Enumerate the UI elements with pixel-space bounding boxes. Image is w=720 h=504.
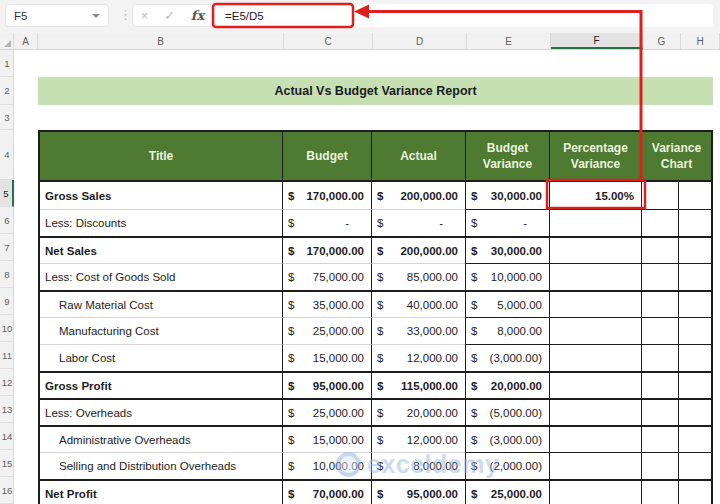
cell-title[interactable]: Raw Material Cost: [40, 290, 282, 317]
column-header-B[interactable]: B: [38, 33, 284, 49]
row-header-1[interactable]: 1: [0, 50, 14, 77]
row-header-10[interactable]: 10: [0, 315, 14, 342]
column-header-cell[interactable]: Title: [40, 132, 282, 180]
cell-title[interactable]: Labor Cost: [40, 344, 282, 371]
column-header-H[interactable]: H: [681, 33, 720, 49]
cell-percentage-variance[interactable]: [549, 236, 641, 263]
cell-percentage-variance[interactable]: [549, 371, 641, 398]
cell-title[interactable]: Administrative Overheads: [40, 425, 282, 452]
cell-title[interactable]: Gross Sales: [40, 182, 282, 209]
cell-variance-chart[interactable]: [641, 371, 678, 398]
enter-icon[interactable]: ✓: [164, 9, 175, 22]
cell-percentage-variance[interactable]: [549, 452, 641, 479]
column-header-cell[interactable]: Actual: [371, 132, 465, 180]
cell-budget-variance[interactable]: $10,000.00: [465, 263, 549, 290]
row-header-11[interactable]: 11: [0, 342, 14, 369]
column-header-C[interactable]: C: [284, 33, 373, 49]
row-header-14[interactable]: 14: [0, 423, 14, 450]
cell-budget-variance[interactable]: $(2,000.00): [465, 452, 549, 479]
cell-variance-chart[interactable]: [678, 209, 711, 236]
cell-title[interactable]: Gross Profit: [40, 371, 282, 398]
cell-budget[interactable]: $25,000.00: [282, 317, 371, 344]
cell-budget[interactable]: $15,000.00: [282, 425, 371, 452]
cell-actual[interactable]: $-: [371, 209, 465, 236]
cell-variance-chart[interactable]: [678, 236, 711, 263]
insert-function-icon[interactable]: fx: [191, 9, 204, 22]
cell-percentage-variance[interactable]: [549, 209, 641, 236]
cell-title[interactable]: Net Profit: [40, 479, 282, 504]
cell-percentage-variance[interactable]: [549, 398, 641, 425]
cell-percentage-variance[interactable]: [549, 263, 641, 290]
cell-budget-variance[interactable]: $8,000.00: [465, 317, 549, 344]
cell-budget[interactable]: $170,000.00: [282, 236, 371, 263]
cell-budget-variance[interactable]: $-: [465, 209, 549, 236]
cell-actual[interactable]: $95,000.00: [371, 479, 465, 504]
cell-budget[interactable]: $-: [282, 209, 371, 236]
cell-title[interactable]: Less: Overheads: [40, 398, 282, 425]
cell-budget[interactable]: $25,000.00: [282, 398, 371, 425]
cell-variance-chart[interactable]: [641, 182, 678, 209]
cell-budget-variance[interactable]: $(5,000.00): [465, 398, 549, 425]
cell-budget-variance[interactable]: $5,000.00: [465, 290, 549, 317]
report-title-banner[interactable]: Actual Vs Budget Variance Report: [38, 77, 713, 105]
cell-title[interactable]: Manufacturing Cost: [40, 317, 282, 344]
row-header-4[interactable]: 4: [0, 130, 14, 180]
row-header-16[interactable]: 16: [0, 477, 14, 504]
column-header-D[interactable]: D: [373, 33, 467, 49]
row-header-12[interactable]: 12: [0, 369, 14, 396]
name-box[interactable]: F5: [5, 4, 109, 27]
cell-variance-chart[interactable]: [678, 317, 711, 344]
cell-actual[interactable]: $115,000.00: [371, 371, 465, 398]
cancel-icon[interactable]: ×: [141, 9, 149, 22]
cell-budget-variance[interactable]: $30,000.00: [465, 182, 549, 209]
row-header-2[interactable]: 2: [0, 77, 14, 105]
cell-percentage-variance[interactable]: [549, 317, 641, 344]
cell-budget-variance[interactable]: $(3,000.00): [465, 425, 549, 452]
cell-actual[interactable]: $12,000.00: [371, 344, 465, 371]
cell-variance-chart[interactable]: [678, 398, 711, 425]
cell-budget[interactable]: $15,000.00: [282, 344, 371, 371]
column-header-F[interactable]: F: [551, 33, 643, 49]
cell-percentage-variance[interactable]: 15.00%: [549, 182, 641, 209]
cell-variance-chart[interactable]: [641, 398, 678, 425]
column-header-G[interactable]: G: [643, 33, 681, 49]
cell-budget-variance[interactable]: $25,000.00: [465, 479, 549, 504]
cell-title[interactable]: Selling and Distribution Overheads: [40, 452, 282, 479]
cell-variance-chart[interactable]: [641, 263, 678, 290]
cell-variance-chart[interactable]: [678, 452, 711, 479]
chevron-down-icon[interactable]: [92, 14, 100, 18]
cell-variance-chart[interactable]: [641, 344, 678, 371]
cell-actual[interactable]: $85,000.00: [371, 263, 465, 290]
cell-variance-chart[interactable]: [641, 236, 678, 263]
cell-actual[interactable]: $40,000.00: [371, 290, 465, 317]
cell-actual[interactable]: $33,000.00: [371, 317, 465, 344]
cell-variance-chart[interactable]: [641, 479, 678, 504]
row-header-3[interactable]: 3: [0, 105, 14, 130]
cell-variance-chart[interactable]: [678, 425, 711, 452]
cell-percentage-variance[interactable]: [549, 479, 641, 504]
cell-budget[interactable]: $170,000.00: [282, 182, 371, 209]
column-header-E[interactable]: E: [467, 33, 551, 49]
row-header-8[interactable]: 8: [0, 261, 14, 288]
cell-actual[interactable]: $200,000.00: [371, 236, 465, 263]
row-header-7[interactable]: 7: [0, 234, 14, 261]
row-header-9[interactable]: 9: [0, 288, 14, 315]
cell-variance-chart[interactable]: [678, 263, 711, 290]
cell-variance-chart[interactable]: [678, 344, 711, 371]
row-header-5[interactable]: 5: [0, 180, 14, 207]
cell-variance-chart[interactable]: [641, 452, 678, 479]
cell-percentage-variance[interactable]: [549, 344, 641, 371]
column-header-cell[interactable]: Budget Variance: [465, 132, 549, 180]
cell-budget-variance[interactable]: $(3,000.00): [465, 344, 549, 371]
cell-budget[interactable]: $95,000.00: [282, 371, 371, 398]
formula-input[interactable]: =E5/D5: [216, 4, 713, 27]
cell-variance-chart[interactable]: [641, 317, 678, 344]
cell-title[interactable]: Less: Discounts: [40, 209, 282, 236]
column-header-cell[interactable]: Budget: [282, 132, 371, 180]
cell-variance-chart[interactable]: [678, 182, 711, 209]
cell-title[interactable]: Less: Cost of Goods Sold: [40, 263, 282, 290]
cell-budget[interactable]: $75,000.00: [282, 263, 371, 290]
cell-variance-chart[interactable]: [641, 290, 678, 317]
cell-variance-chart[interactable]: [678, 290, 711, 317]
cell-budget[interactable]: $10,000.00: [282, 452, 371, 479]
